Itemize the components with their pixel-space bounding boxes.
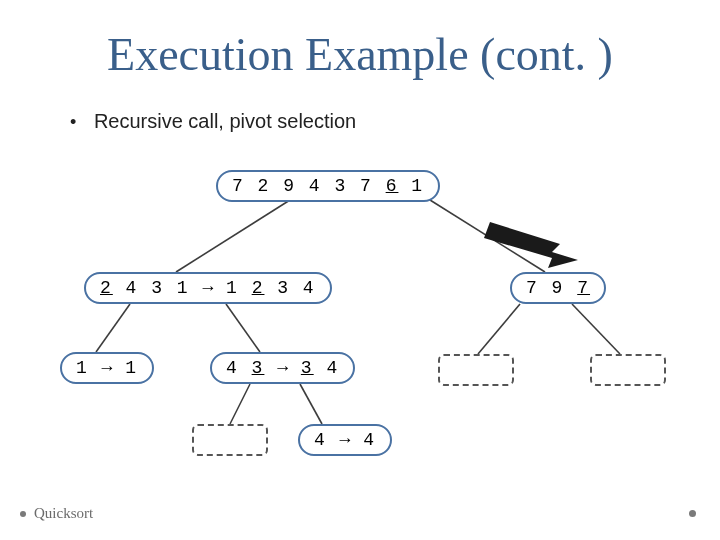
bullet-line: • Recursive call, pivot selection <box>70 110 356 133</box>
tree-connectors <box>0 0 720 540</box>
svg-line-2 <box>96 304 130 352</box>
leaf-1-2: 4 3 → 3 4 <box>210 352 355 384</box>
leaf-1-1: 1 → 1 <box>60 352 154 384</box>
svg-line-7 <box>300 384 322 424</box>
svg-line-3 <box>226 304 260 352</box>
svg-line-5 <box>572 304 620 354</box>
placeholder-box <box>590 354 666 386</box>
slide-title: Execution Example (cont. ) <box>0 28 720 81</box>
svg-line-0 <box>176 200 290 272</box>
footer-text: Quicksort <box>34 505 93 522</box>
placeholder-box <box>192 424 268 456</box>
leaf-deep: 4 → 4 <box>298 424 392 456</box>
svg-marker-8 <box>484 222 578 268</box>
bullet-dot: • <box>70 112 76 133</box>
bullet-text: Recursive call, pivot selection <box>94 110 356 132</box>
footer-dot-right <box>689 510 696 517</box>
svg-line-4 <box>478 304 520 354</box>
svg-line-6 <box>230 384 250 424</box>
right-child-node: 7 9 7 <box>510 272 606 304</box>
left-child-node: 2 4 3 1 → 1 2 3 4 <box>84 272 332 304</box>
placeholder-box <box>438 354 514 386</box>
svg-line-1 <box>430 200 545 272</box>
footer-dot-left <box>20 511 26 517</box>
root-node: 7 2 9 4 3 7 6 1 <box>216 170 440 202</box>
